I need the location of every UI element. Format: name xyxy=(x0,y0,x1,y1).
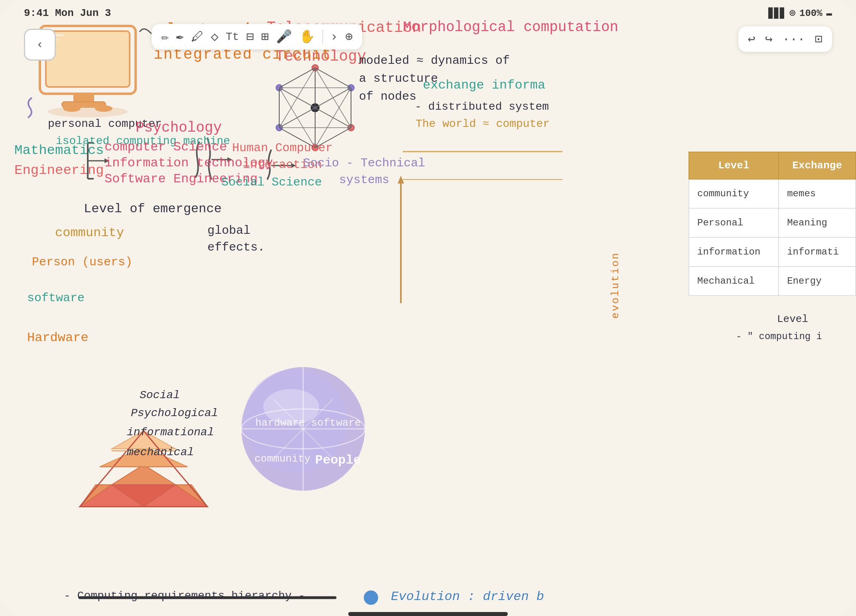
socio-technical-text: Socio - Technicalsystems xyxy=(303,155,425,188)
exchange-text: exchange informa xyxy=(423,78,545,93)
table-cell: informati xyxy=(779,237,856,267)
undo-icon[interactable]: ↩ xyxy=(748,31,755,47)
pyramid-social: Social xyxy=(140,389,180,401)
table-outline xyxy=(403,152,562,180)
table-header-exchange: Exchange xyxy=(779,152,856,179)
brush-icon[interactable]: ⊕ xyxy=(345,29,353,45)
status-bar: 9:41 Mon Jun 3 ▊▊▊ ⌾ 100% ▬ xyxy=(24,7,832,19)
pencil-icon[interactable]: ✏ xyxy=(161,29,169,45)
pyramid-psychological: Psychological xyxy=(131,407,218,419)
signal-icon: ▊▊▊ xyxy=(768,8,785,19)
more-tools-icon[interactable]: › xyxy=(330,30,338,44)
svg-marker-47 xyxy=(112,465,176,485)
table-cell: information xyxy=(689,237,779,267)
community-label: community xyxy=(55,225,124,240)
toolbar-divider xyxy=(322,30,323,44)
pyramid-mechanical: mechanical xyxy=(127,446,194,458)
svg-point-7 xyxy=(63,105,81,112)
svg-rect-4 xyxy=(74,94,94,103)
globe-hardware: hardware xyxy=(255,417,305,429)
svg-point-8 xyxy=(95,105,112,112)
network-graph xyxy=(276,65,354,151)
lasso-icon[interactable]: ⊟ xyxy=(246,29,254,45)
table-area: Level Exchange community memes Personal … xyxy=(688,152,856,296)
drawing-toolbar[interactable]: ✏ ✒ 🖊 ◇ Tt ⊟ ⊞ 🎤 ✋ › ⊕ xyxy=(152,24,362,49)
table-row: Mechanical Energy xyxy=(689,267,856,296)
world-computer-text: The world ≈ computer xyxy=(416,118,550,130)
table-row: information informati xyxy=(689,237,856,267)
back-arrow-icon: ‹ xyxy=(36,38,43,51)
table-row: Personal Meaning xyxy=(689,208,856,237)
levels-table: Level Exchange community memes Personal … xyxy=(688,152,856,296)
computing-requirements-text: - Computing requirements hierarchy - xyxy=(64,590,305,602)
table-cell: Energy xyxy=(779,267,856,296)
table-cell: Mechanical xyxy=(689,267,779,296)
hardware-label: Hardware xyxy=(27,330,89,345)
person-users-text: Person (users) xyxy=(32,255,132,269)
mic-icon[interactable]: 🎤 xyxy=(276,29,292,45)
table-cell: community xyxy=(689,179,779,208)
psychology-text: Psychology xyxy=(136,120,222,136)
global-effects-text: globaleffects. xyxy=(207,222,265,256)
battery-indicator: 100% xyxy=(799,8,822,19)
table-cell: Personal xyxy=(689,208,779,237)
computing-label: - " computing i xyxy=(736,331,822,342)
back-button[interactable]: ‹ xyxy=(24,29,56,61)
marker-icon[interactable]: 🖊 xyxy=(191,29,204,45)
globe-drawing xyxy=(241,367,365,491)
table-cell: Meaning xyxy=(779,208,856,237)
distributed-text: - distributed system xyxy=(415,101,549,113)
svg-line-35 xyxy=(315,88,351,148)
globe-software: software xyxy=(311,417,361,429)
evolution-driven-text: Evolution : driven b xyxy=(391,589,544,604)
table-header-level: Level xyxy=(689,152,779,179)
wifi-icon: ⌾ xyxy=(790,8,795,19)
engineering-text: Engineering xyxy=(14,163,104,178)
level-emergence-text: Level of emergence xyxy=(84,201,222,216)
svg-point-6 xyxy=(48,106,128,117)
redo-icon[interactable]: ↪ xyxy=(765,31,773,47)
hand-icon[interactable]: ✋ xyxy=(299,29,315,45)
table-cell: memes xyxy=(779,179,856,208)
status-time: 9:41 Mon Jun 3 xyxy=(24,7,111,19)
options-icon[interactable]: ··· xyxy=(782,32,805,47)
morphological-text: Morphological computation xyxy=(403,19,618,36)
top-right-toolbar[interactable]: ↩ ↪ ··· ⊡ xyxy=(738,26,832,52)
ipad-frame: 9:41 Mon Jun 3 ▊▊▊ ⌾ 100% ▬ ‹ ✏ ✒ 🖊 ◇ Tt… xyxy=(0,0,856,616)
evolution-arrow xyxy=(398,176,404,303)
svg-line-27 xyxy=(279,68,315,88)
svg-line-22 xyxy=(315,68,351,88)
layout-icon[interactable]: ⊡ xyxy=(815,31,822,47)
globe-people: People xyxy=(315,453,361,468)
level-below-table: Level xyxy=(777,313,808,325)
globe-community: community xyxy=(254,453,310,465)
table-row: community memes xyxy=(689,179,856,208)
evolution-vertical-text: evolution xyxy=(609,252,621,318)
svg-point-69 xyxy=(364,590,378,605)
pen-icon[interactable]: ✒ xyxy=(176,29,183,45)
pyramid-drawing xyxy=(80,431,207,507)
mathematics-text: Mathematics xyxy=(14,143,104,158)
software-label: software xyxy=(27,291,85,305)
battery-icon: ▬ xyxy=(826,8,832,19)
home-indicator xyxy=(348,612,508,616)
computer-science-text: computer Science xyxy=(105,140,227,154)
eraser-icon[interactable]: ◇ xyxy=(211,29,219,45)
image-icon[interactable]: ⊞ xyxy=(261,29,269,45)
text-icon[interactable]: Tt xyxy=(226,31,239,43)
status-right: ▊▊▊ ⌾ 100% ▬ xyxy=(768,8,832,19)
pyramid-informational: informational xyxy=(127,426,214,438)
canvas-area[interactable]: 9:41 Mon Jun 3 ▊▊▊ ⌾ 100% ▬ ‹ ✏ ✒ 🖊 ◇ Tt… xyxy=(0,0,856,616)
